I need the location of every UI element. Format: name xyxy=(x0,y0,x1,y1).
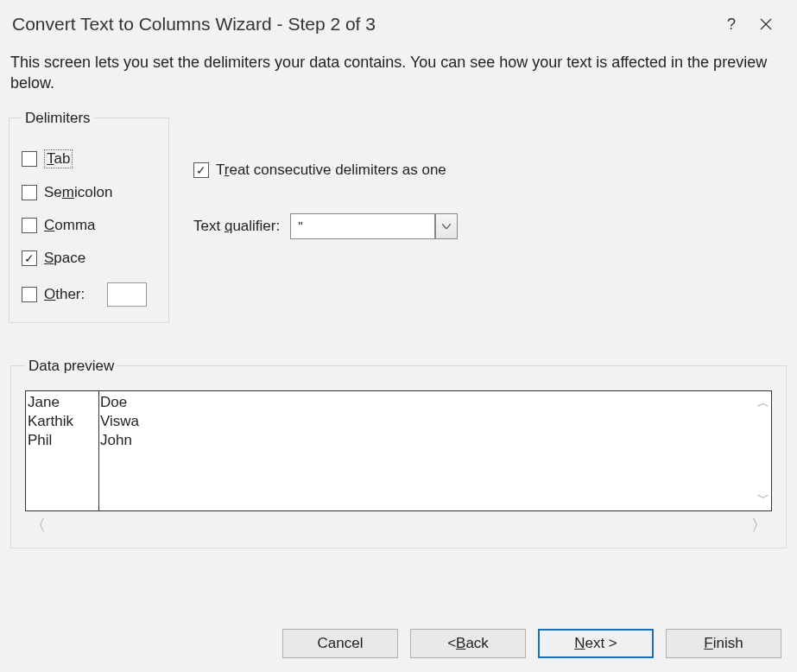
other-label[interactable]: Other: xyxy=(44,286,85,303)
next-button[interactable]: Next > xyxy=(538,629,654,658)
scroll-left-icon[interactable]: 〈 xyxy=(30,515,46,536)
tab-checkbox[interactable] xyxy=(22,151,37,167)
back-button[interactable]: < Back xyxy=(410,629,526,658)
data-preview-grid: Jane Karthik Phil Doe Viswa John xyxy=(25,390,772,511)
column-divider xyxy=(98,391,99,510)
close-icon[interactable] xyxy=(749,10,783,38)
scroll-right-icon[interactable]: 〉 xyxy=(751,515,767,536)
qualifier-dropdown-button[interactable] xyxy=(435,213,458,239)
consecutive-checkbox[interactable] xyxy=(193,162,209,178)
tab-label[interactable]: Tab xyxy=(44,149,73,168)
space-checkbox[interactable] xyxy=(22,250,37,266)
data-preview-group: Data preview Jane Karthik Phil Doe Viswa… xyxy=(10,358,787,548)
dialog-title: Convert Text to Columns Wizard - Step 2 … xyxy=(12,14,714,35)
comma-label[interactable]: Comma xyxy=(44,217,96,234)
cancel-button[interactable]: Cancel xyxy=(282,629,398,658)
semicolon-checkbox[interactable] xyxy=(22,185,37,200)
consecutive-label[interactable]: Treat consecutive delimiters as one xyxy=(216,162,446,179)
finish-button[interactable]: Finish xyxy=(666,629,781,658)
delimiters-legend: Delimiters xyxy=(22,110,94,127)
space-label[interactable]: Space xyxy=(44,250,85,267)
data-preview-legend: Data preview xyxy=(25,358,117,375)
help-icon[interactable]: ? xyxy=(714,10,749,38)
qualifier-select[interactable]: " xyxy=(290,213,435,239)
delimiters-group: Delimiters Tab Semicolon Comma Space Oth… xyxy=(9,110,169,323)
qualifier-label: Text qualifier: xyxy=(193,218,280,235)
comma-checkbox[interactable] xyxy=(22,218,37,233)
chevron-down-icon xyxy=(442,224,451,229)
other-input[interactable] xyxy=(107,282,147,307)
semicolon-label[interactable]: Semicolon xyxy=(44,184,112,201)
dialog-description: This screen lets you set the delimiters … xyxy=(0,45,797,110)
horizontal-scrollbar[interactable]: 〈 〉 xyxy=(25,511,772,536)
other-checkbox[interactable] xyxy=(22,287,37,302)
